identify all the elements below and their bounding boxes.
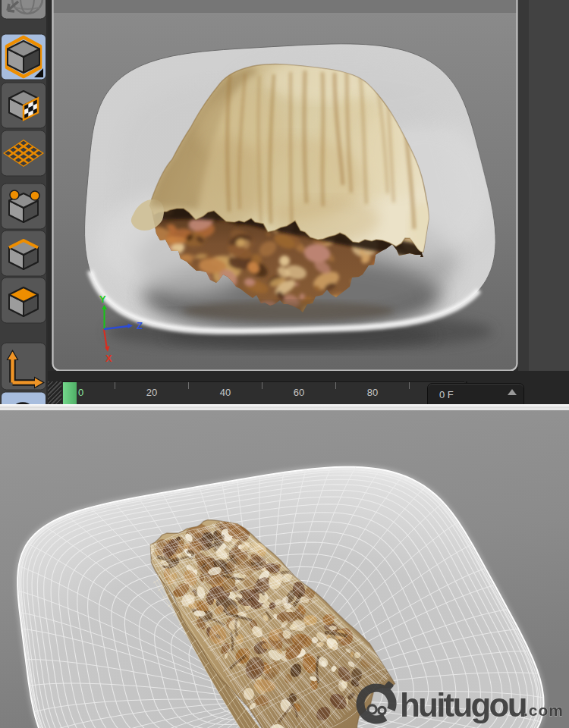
svg-text:Z: Z [137,320,143,331]
svg-text:.com: .com [523,701,564,719]
svg-text:Y: Y [99,293,106,305]
svg-text:huitugou: huitugou [400,686,526,723]
svg-text:X: X [105,353,112,364]
